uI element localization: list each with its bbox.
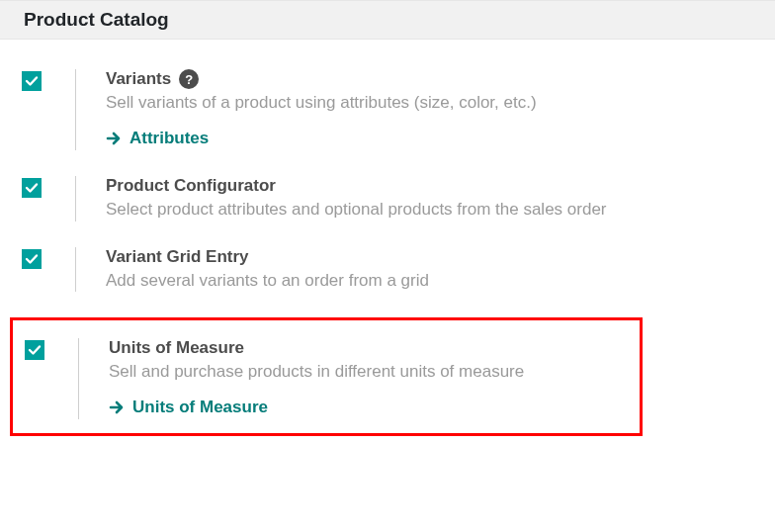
checkbox-variants[interactable] [22, 71, 42, 91]
section-body: Variants ? Sell variants of a product us… [0, 40, 775, 460]
divider [75, 247, 76, 293]
setting-desc-variants: Sell variants of a product using attribu… [106, 91, 745, 115]
divider [75, 176, 76, 222]
setting-desc-units-of-measure: Sell and purchase products in different … [109, 360, 620, 384]
setting-desc-product-configurator: Select product attributes and optional p… [106, 198, 745, 222]
arrow-right-icon [106, 131, 122, 146]
setting-content: Variant Grid Entry Add several variants … [106, 247, 765, 293]
link-attributes[interactable]: Attributes [106, 129, 209, 148]
link-units-of-measure[interactable]: Units of Measure [109, 398, 268, 417]
settings-page: Product Catalog Variants ? Sell variants… [0, 0, 775, 460]
check-icon [25, 181, 39, 195]
checkbox-variant-grid-entry[interactable] [22, 249, 42, 269]
setting-title-row: Product Configurator [106, 176, 745, 196]
setting-content: Product Configurator Select product attr… [106, 176, 765, 222]
divider [78, 338, 79, 419]
section-title: Product Catalog [24, 9, 169, 30]
setting-content: Variants ? Sell variants of a product us… [106, 69, 765, 150]
setting-units-of-measure: Units of Measure Sell and purchase produ… [13, 338, 640, 419]
divider [75, 69, 76, 150]
link-label: Attributes [129, 129, 209, 148]
section-header: Product Catalog [0, 0, 775, 40]
setting-variant-grid-entry: Variant Grid Entry Add several variants … [10, 247, 765, 293]
setting-title-units-of-measure: Units of Measure [109, 338, 244, 358]
setting-variants: Variants ? Sell variants of a product us… [10, 69, 765, 150]
check-icon [28, 343, 42, 357]
help-icon[interactable]: ? [179, 69, 199, 89]
setting-title-row: Variants ? [106, 69, 745, 89]
setting-title-variants: Variants [106, 69, 171, 89]
setting-product-configurator: Product Configurator Select product attr… [10, 176, 765, 222]
setting-desc-variant-grid-entry: Add several variants to an order from a … [106, 269, 745, 293]
check-icon [25, 252, 39, 266]
setting-title-variant-grid-entry: Variant Grid Entry [106, 247, 249, 267]
setting-content: Units of Measure Sell and purchase produ… [109, 338, 640, 419]
checkbox-product-configurator[interactable] [22, 178, 42, 198]
setting-title-row: Variant Grid Entry [106, 247, 745, 267]
check-icon [25, 74, 39, 88]
setting-title-row: Units of Measure [109, 338, 620, 358]
arrow-right-icon [109, 399, 125, 415]
link-label: Units of Measure [132, 398, 268, 417]
checkbox-units-of-measure[interactable] [25, 340, 44, 360]
setting-title-product-configurator: Product Configurator [106, 176, 276, 196]
highlight-units-of-measure: Units of Measure Sell and purchase produ… [10, 317, 643, 436]
